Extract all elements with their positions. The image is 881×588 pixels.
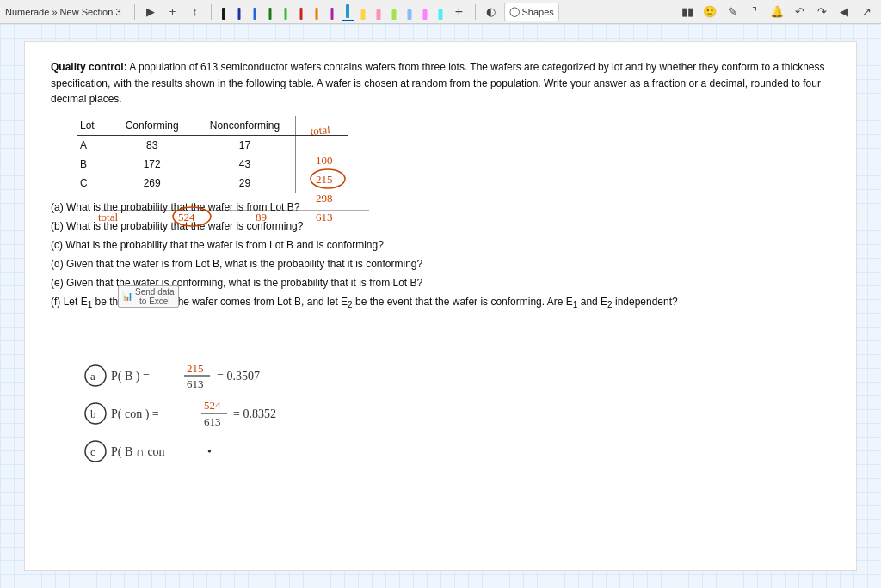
svg-text:613: 613 (204, 415, 221, 428)
copy-btn[interactable]: ▮▮ (678, 3, 697, 21)
svg-point-18 (85, 403, 106, 424)
table-row: C 269 29 (77, 174, 348, 193)
conforming-a: 83 (110, 135, 194, 155)
pen-cyan[interactable] (434, 3, 447, 21)
pen-darkgreen[interactable] (264, 3, 276, 21)
data-table: Lot Conforming Nonconforming A 83 17 B (77, 116, 348, 193)
pen-purple[interactable] (326, 3, 338, 21)
pen-black[interactable] (218, 3, 230, 21)
svg-text:P( B ∩ con: P( B ∩ con (111, 445, 165, 459)
sep3 (475, 4, 476, 20)
back-btn[interactable]: ◀ (835, 3, 853, 21)
svg-text:524: 524 (204, 399, 221, 412)
nonconforming-b: 43 (194, 155, 296, 174)
question-d: (d) Given that the wafer is from Lot B, … (51, 256, 830, 272)
add-color-btn[interactable]: + (450, 3, 469, 21)
send-excel-button[interactable]: 📊 Send datato Excel (118, 285, 179, 308)
pen-red[interactable] (295, 3, 307, 21)
lasso-btn[interactable]: ◐ (482, 3, 501, 21)
answers-handwriting: a P( B ) = 215 613 = 0.3507 b P( con ) =… (59, 352, 610, 506)
question-b: (b) What is the probability that the waf… (51, 218, 830, 234)
mode-btn-1[interactable]: ▶ (141, 3, 160, 21)
conforming-b: 172 (110, 155, 194, 174)
table-row: A 83 17 (77, 135, 348, 155)
problem-body: A population of 613 semiconductor wafers… (51, 61, 825, 105)
pen-green[interactable] (280, 3, 292, 21)
pen-yellow[interactable] (357, 3, 369, 21)
sep2 (211, 4, 212, 20)
pen-magenta[interactable] (419, 3, 431, 21)
svg-text:c: c (90, 445, 95, 458)
sep1 (134, 4, 135, 20)
svg-text:P( con )  =: P( con ) = (111, 407, 159, 421)
fullscreen-btn[interactable]: ↗ (857, 3, 876, 21)
total-b (296, 155, 348, 174)
lot-a: A (77, 135, 110, 155)
svg-text:= 0.8352: = 0.8352 (233, 407, 276, 420)
bell-btn[interactable]: 🔔 (767, 3, 786, 21)
table-row: B 172 43 (77, 155, 348, 174)
pen-teal-selected[interactable] (342, 3, 354, 21)
mode-btn-3[interactable]: ↕ (186, 3, 205, 21)
pen-blue[interactable] (249, 3, 261, 21)
toolbar-right: ▮▮ 🙂 ✎ ⌝ 🔔 ↶ ↷ ◀ ↗ (678, 3, 876, 21)
question-c: (c) What is the probability that the waf… (51, 237, 830, 253)
pen-darkblue[interactable] (233, 3, 245, 21)
total-a (296, 135, 348, 155)
pen-lime[interactable] (388, 3, 400, 21)
quality-control-label: Quality control: (51, 61, 127, 73)
svg-text:613: 613 (187, 377, 204, 390)
shapes-button[interactable]: ◯ Shapes (504, 3, 559, 21)
shapes-icon: ◯ (509, 6, 520, 17)
excel-icon: 📊 (122, 291, 132, 301)
pen-orange[interactable] (311, 3, 323, 21)
problem-text: Quality control: A population of 613 sem… (51, 59, 830, 107)
pen-pink[interactable] (373, 3, 385, 21)
app-title: Numerade » New Section 3 (5, 7, 121, 17)
col-nonconforming: Nonconforming (194, 116, 296, 136)
shapes-label: Shapes (522, 7, 554, 17)
col-lot: Lot (77, 116, 110, 136)
svg-text:P( B )  =: P( B ) = (111, 370, 150, 383)
question-a: (a) What is the probability that the waf… (51, 199, 830, 215)
pen-lightblue[interactable] (404, 3, 416, 21)
content-card: Quality control: A population of 613 sem… (24, 41, 857, 571)
lot-b: B (77, 155, 110, 174)
conforming-c: 269 (110, 174, 194, 193)
grid-btn[interactable]: ⌝ (745, 3, 764, 21)
svg-text:•: • (207, 445, 212, 458)
col-conforming: Conforming (110, 116, 194, 136)
total-c (296, 174, 348, 193)
col-total-header (296, 116, 348, 136)
send-excel-label: Send datato Excel (135, 287, 175, 306)
nonconforming-a: 17 (194, 135, 296, 155)
svg-text:a: a (90, 370, 95, 383)
send-excel-container: 📊 Send datato Excel (118, 284, 179, 308)
toolbar: Numerade » New Section 3 ▶ + ↕ + ◐ ◯ Sha… (0, 0, 881, 24)
svg-text:b: b (90, 407, 96, 420)
table-area: Lot Conforming Nonconforming A 83 17 B (51, 116, 830, 193)
lot-c: C (77, 174, 110, 193)
emoji-btn[interactable]: 🙂 (700, 3, 719, 21)
svg-text:215: 215 (187, 362, 204, 375)
redo-btn[interactable]: ↷ (812, 3, 831, 21)
canvas[interactable]: Quality control: A population of 613 sem… (0, 24, 881, 588)
mode-btn-2[interactable]: + (163, 3, 182, 21)
nonconforming-c: 29 (194, 174, 296, 193)
undo-btn[interactable]: ↶ (790, 3, 809, 21)
svg-point-25 (85, 441, 106, 462)
svg-text:= 0.3507: = 0.3507 (217, 370, 260, 383)
pencil-btn[interactable]: ✎ (723, 3, 742, 21)
svg-point-11 (85, 365, 106, 386)
